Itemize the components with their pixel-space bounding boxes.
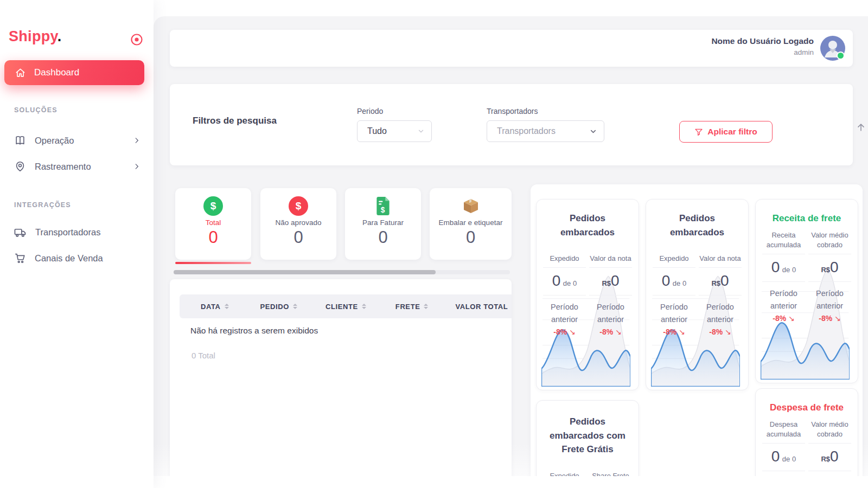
stat-value: 0	[345, 228, 421, 247]
previous-period-label: Períodoanterior	[808, 282, 851, 312]
filter-funnel-icon	[694, 127, 703, 136]
period-select[interactable]: Tudo	[357, 120, 432, 142]
stat-card-para-faturar[interactable]: $ Para Faturar 0	[345, 188, 421, 260]
metric-value: R$0	[808, 444, 851, 471]
sidebar-item-rastreamento[interactable]: Rastreamento	[0, 158, 154, 175]
metric-value: R$0	[699, 268, 742, 296]
sidebar: Shippy. Dashboard SOLUÇÕES Operação	[0, 0, 154, 488]
user-name: Nome do Usuário Logado	[711, 36, 814, 46]
sidebar-section-integracoes: INTEGRAÇÕES	[14, 201, 71, 209]
metric-card-title: Despesa de frete	[756, 389, 858, 419]
metric-card-frete-gratis: Pedidos embarcados com Frete Grátis Expe…	[536, 400, 639, 476]
column-header-data[interactable]: DATA	[180, 303, 229, 311]
trend-down-icon: ↘	[725, 328, 731, 336]
sidebar-item-canais-de-venda[interactable]: Canais de Venda	[0, 250, 154, 266]
trend-down-icon: ↘	[569, 328, 576, 336]
chevron-down-icon	[417, 127, 425, 135]
metric-col-share-frete: Share Frete	[588, 461, 634, 477]
target-icon	[130, 33, 143, 46]
stat-label: Total	[175, 219, 251, 227]
column-header-cliente[interactable]: CLIENTE	[297, 303, 366, 311]
svg-text:$: $	[381, 206, 385, 214]
shippy-dashboard: Nome do Usuário Logado admin Filtros de …	[0, 0, 868, 488]
map-pin-icon	[14, 160, 26, 172]
column-header-pedido[interactable]: PEDIDO	[229, 303, 297, 311]
stat-label: Não aprovado	[260, 219, 336, 227]
previous-period-change: -8% ↘	[653, 326, 695, 336]
package-box-icon	[461, 196, 481, 216]
selected-stat-indicator	[175, 262, 251, 264]
sidebar-toggle-button[interactable]	[130, 33, 143, 46]
arrow-up-icon	[856, 122, 866, 133]
metric-card-title: Pedidos embarcados com Frete Grátis	[537, 401, 639, 461]
carriers-select-value: Transportadors	[497, 126, 556, 136]
filters-title: Filtros de pesquisa	[193, 115, 277, 126]
sort-icon	[225, 304, 229, 309]
apply-filter-label: Aplicar filtro	[707, 127, 757, 137]
stat-label: Para Faturar	[345, 219, 421, 227]
metric-value: R$0	[808, 254, 851, 282]
chevron-down-icon	[589, 127, 597, 136]
column-header-frete[interactable]: FRETE	[366, 303, 429, 311]
metric-col-valor-medio: Valor médio cobrado R$0 Períodoanterior …	[807, 230, 853, 323]
chevron-right-icon	[133, 137, 141, 144]
metric-value: 0 de 0	[543, 268, 586, 296]
sort-icon	[424, 304, 428, 309]
metric-value: 0 de 0	[653, 268, 695, 296]
sidebar-item-transportadoras[interactable]: Transportadoras	[0, 224, 154, 240]
column-header-valor-total[interactable]: VALOR TOTAL	[428, 303, 508, 311]
avatar[interactable]	[820, 36, 845, 61]
previous-period-label: Períodoanterior	[699, 296, 742, 326]
period-select-value: Tudo	[367, 126, 387, 136]
metric-card-pedidos-embarcados-2: Pedidos embarcados Expedido 0 de 0 Perío…	[646, 199, 749, 390]
previous-period-label: Períodoanterior	[543, 296, 586, 326]
sidebar-item-operacao[interactable]: Operação	[0, 132, 154, 149]
stat-label: Embalar e etiquetar	[430, 219, 512, 227]
carriers-label: Transportadors	[487, 107, 604, 115]
top-header-bar: Nome do Usuário Logado admin	[170, 30, 853, 67]
collapse-filters-arrow[interactable]	[856, 122, 866, 133]
stat-value: 0	[430, 228, 512, 247]
book-icon	[14, 134, 26, 146]
scrollbar-thumb[interactable]	[174, 270, 436, 274]
stat-value: 0	[260, 228, 336, 247]
sort-icon	[293, 304, 297, 309]
sidebar-item-label: Operação	[35, 136, 74, 146]
online-status-dot	[837, 52, 845, 60]
previous-period-label: Períodoanterior	[762, 282, 805, 312]
sidebar-item-dashboard[interactable]: Dashboard	[4, 60, 144, 85]
carriers-filter-group: Transportadors Transportadors	[487, 107, 604, 142]
metric-col-receita: Receita acumulada 0 de 0 Períodoanterior…	[761, 230, 807, 323]
previous-period-label: Períodoanterior	[653, 296, 695, 326]
period-label: Periodo	[357, 107, 432, 115]
previous-period-label: Períodoanterior	[589, 296, 632, 326]
user-role: admin	[711, 48, 814, 56]
metric-col-valor-nota: Valor da nota R$0 Períodoanterior -8% ↘	[697, 243, 743, 336]
metric-col-valor-nota: Valor da nota R$0 Períodoanterior -8% ↘	[588, 243, 634, 336]
period-filter-group: Periodo Tudo	[357, 107, 432, 142]
metric-col-valor-medio: Valor médio cobrado R$0	[807, 419, 853, 471]
metric-col-expedido: Expedido 0 de 0 Períodoanterior -8% ↘	[541, 243, 588, 336]
previous-period-change: -8% ↘	[808, 312, 851, 323]
orders-table-card: DATA PEDIDO CLIENTE FRETE VALOR TOTAL	[170, 279, 512, 476]
metric-card-pedidos-embarcados-1: Pedidos embarcados Expedido 0 de 0 Perío…	[536, 199, 639, 390]
previous-period-change: -8% ↘	[543, 326, 586, 336]
apply-filter-button[interactable]: Aplicar filtro	[679, 121, 773, 143]
table-total-label: 0 Total	[192, 351, 215, 360]
home-icon	[15, 68, 25, 78]
trend-down-icon: ↘	[615, 328, 622, 336]
stat-card-embalar[interactable]: Embalar e etiquetar 0	[430, 188, 512, 260]
sidebar-item-label: Transportadoras	[35, 227, 100, 237]
trend-down-icon: ↘	[834, 314, 841, 323]
invoice-icon: $	[373, 196, 393, 216]
metric-col-expedido: Expedido	[541, 461, 588, 477]
sidebar-item-label: Dashboard	[34, 67, 79, 78]
stat-card-nao-aprovado[interactable]: $ Não aprovado 0	[260, 188, 336, 260]
stat-card-total[interactable]: $ Total 0	[175, 188, 251, 260]
metric-card-despesa-frete: Despesa de frete Despesa acumulada 0 de …	[755, 388, 858, 476]
metric-col-despesa: Despesa acumulada 0 de 0	[761, 419, 807, 471]
carriers-select[interactable]: Transportadors	[487, 120, 604, 142]
metric-value: 0 de 0	[762, 444, 805, 471]
table-empty-message: Não há registros a serem exibidos	[190, 326, 318, 336]
metric-value: 0 de 0	[762, 254, 805, 282]
